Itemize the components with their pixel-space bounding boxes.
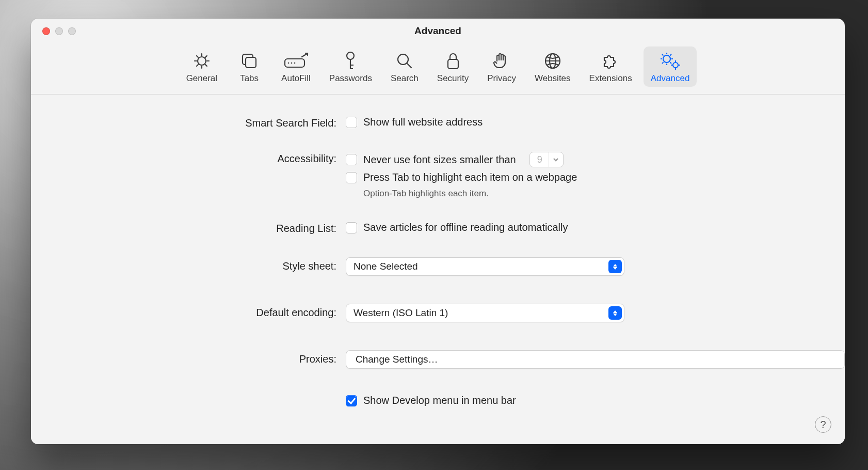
chevron-down-icon[interactable] [549,152,563,167]
svg-point-14 [347,52,354,59]
svg-line-8 [205,56,207,57]
svg-point-33 [673,62,678,68]
svg-line-6 [205,65,207,66]
row-develop: Show Develop menu in menu bar [31,395,845,406]
default-encoding-value: Western (ISO Latin 1) [353,307,448,319]
show-develop-checkbox[interactable] [346,395,357,406]
show-full-address-checkbox[interactable] [346,117,357,128]
style-sheet-select[interactable]: None Selected [346,257,624,276]
tab-label: Tabs [240,73,259,84]
svg-line-19 [407,64,411,68]
show-full-address-label: Show full website address [363,116,483,128]
save-offline-checkbox[interactable] [346,222,357,233]
help-label: ? [820,419,826,431]
globe-icon [543,51,562,71]
svg-point-18 [398,54,408,65]
svg-point-12 [291,62,293,64]
toolbar: General Tabs AutoFill Passwords [31,43,845,95]
svg-line-29 [662,54,664,56]
change-settings-label: Change Settings… [356,354,438,365]
tab-websites[interactable]: Websites [527,46,578,87]
svg-point-0 [198,57,206,65]
tab-advanced[interactable]: Advanced [644,46,697,87]
tab-search[interactable]: Search [383,46,426,87]
tab-label: Extensions [589,73,632,84]
tab-label: General [186,73,217,84]
select-arrows-icon [608,260,622,273]
smart-search-label: Smart Search Field: [31,116,346,129]
window-title: Advanced [31,25,845,37]
gears-icon [659,51,682,71]
key-icon [343,51,358,71]
lock-icon [445,51,461,71]
accessibility-hint: Option-Tab highlights each item. [346,189,845,199]
min-font-stepper[interactable]: 9 [529,152,564,167]
save-offline-label: Save articles for offline reading automa… [363,222,568,233]
tab-label: Security [437,73,469,84]
svg-point-13 [294,62,296,64]
row-accessibility: Accessibility: Never use font sizes smal… [31,152,845,199]
svg-line-5 [197,56,198,57]
style-sheet-value: None Selected [353,261,418,272]
row-style-sheet: Style sheet: None Selected [31,257,845,276]
preferences-window: Advanced General Tabs AutoFill [31,19,845,444]
titlebar: Advanced [31,19,845,43]
tab-highlight-label: Press Tab to highlight each item on a we… [363,171,577,183]
default-encoding-select[interactable]: Western (ISO Latin 1) [346,304,624,322]
show-develop-label: Show Develop menu in menu bar [363,395,516,406]
content-area: Smart Search Field: Show full website ad… [31,95,845,444]
help-button[interactable]: ? [815,416,831,433]
select-arrows-icon [608,306,622,320]
svg-line-30 [670,62,671,64]
tab-privacy[interactable]: Privacy [480,46,523,87]
tab-label: AutoFill [281,73,311,84]
svg-rect-20 [448,59,458,69]
accessibility-label: Accessibility: [31,152,346,165]
puzzle-icon [600,51,621,71]
min-font-label: Never use font sizes smaller than [363,154,516,166]
min-font-value: 9 [530,154,549,165]
row-default-encoding: Default encoding: Western (ISO Latin 1) [31,304,845,322]
svg-rect-9 [246,57,256,68]
svg-point-11 [288,62,290,64]
svg-line-7 [197,65,198,66]
min-font-checkbox[interactable] [346,154,357,165]
tab-label: Search [391,73,419,84]
tab-extensions[interactable]: Extensions [582,46,639,87]
style-sheet-label: Style sheet: [31,257,346,272]
proxies-label: Proxies: [31,350,346,365]
tab-passwords[interactable]: Passwords [322,46,379,87]
gear-icon [192,51,211,71]
row-reading-list: Reading List: Save articles for offline … [31,222,845,234]
svg-line-32 [670,54,671,56]
tab-label: Passwords [329,73,372,84]
tab-tabs[interactable]: Tabs [229,46,270,87]
default-encoding-label: Default encoding: [31,304,346,319]
row-smart-search: Smart Search Field: Show full website ad… [31,116,845,129]
tab-highlight-checkbox[interactable] [346,172,357,183]
autofill-icon [282,51,309,71]
tab-label: Advanced [651,73,690,84]
search-icon [395,51,414,71]
tab-label: Websites [535,73,571,84]
svg-point-24 [663,55,670,62]
tab-general[interactable]: General [179,46,224,87]
change-settings-button[interactable]: Change Settings… [346,350,845,369]
reading-list-label: Reading List: [31,222,346,234]
tab-label: Privacy [487,73,516,84]
tab-autofill[interactable]: AutoFill [274,46,318,87]
hand-icon [493,51,510,71]
row-proxies: Proxies: Change Settings… [31,350,845,369]
svg-line-31 [662,62,664,64]
tabs-icon [240,51,259,71]
tab-security[interactable]: Security [430,46,476,87]
